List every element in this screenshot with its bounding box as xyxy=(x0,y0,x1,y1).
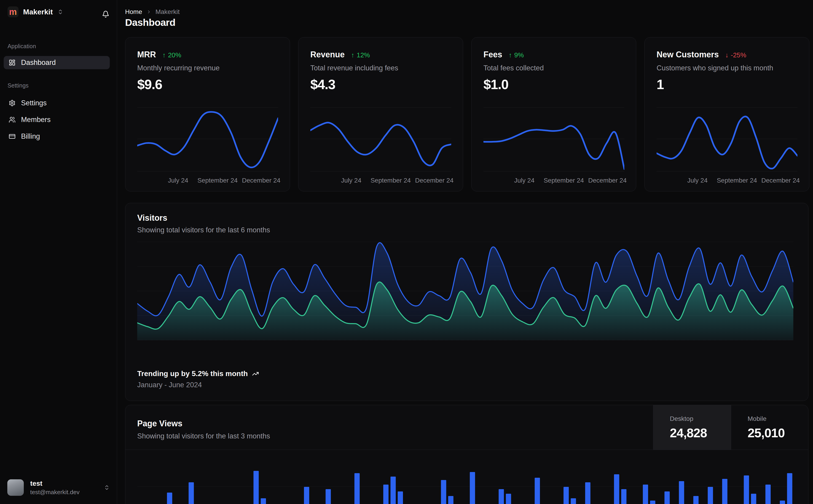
breadcrumb: Home Makerkit xyxy=(125,8,180,16)
x-tick: September 24 xyxy=(717,177,757,184)
sidebar-item-label: Settings xyxy=(21,99,47,107)
trend-badge: ↑12% xyxy=(351,51,370,59)
x-tick: December 24 xyxy=(588,177,627,184)
stat-card-revenue: Revenue ↑12% Total revenue including fee… xyxy=(298,37,463,191)
makerkit-logo: m xyxy=(8,6,19,17)
pageviews-bar-chart xyxy=(137,455,793,504)
x-tick: September 24 xyxy=(197,177,238,184)
stat-subtitle: Total fees collected xyxy=(483,64,544,72)
x-axis-ticks: July 24 September 24 December 24 xyxy=(137,177,278,184)
visitors-date-range: January - June 2024 xyxy=(137,381,202,389)
sidebar-item-dashboard[interactable]: Dashboard xyxy=(4,56,110,69)
arrow-up-icon: ↑ xyxy=(509,51,512,59)
stat-value: $1.0 xyxy=(483,77,508,92)
fees-sparkline-chart xyxy=(483,106,624,174)
chevrons-up-down-icon xyxy=(104,485,110,491)
stat-value: 25,010 xyxy=(748,426,809,440)
page-title: Dashboard xyxy=(125,17,175,28)
stat-subtitle: Total revenue including fees xyxy=(310,64,398,72)
x-axis-ticks: July 24 September 24 December 24 xyxy=(657,177,797,184)
pageviews-header: Page Views Showing total visitors for th… xyxy=(125,405,808,450)
user-menu[interactable]: test test@makerkit.dev xyxy=(7,479,110,496)
visitors-trend-note: Trending up by 5.2% this month xyxy=(137,369,259,378)
x-tick: December 24 xyxy=(242,177,280,184)
pageviews-toggle-desktop[interactable]: Desktop 24,828 xyxy=(653,405,731,450)
pageviews-card: Page Views Showing total visitors for th… xyxy=(125,405,808,504)
avatar xyxy=(7,479,24,496)
stat-value: $4.3 xyxy=(310,77,335,92)
arrow-down-icon: ↓ xyxy=(725,51,729,59)
stat-title: MRR xyxy=(137,50,156,59)
stat-label: Desktop xyxy=(670,415,731,422)
sidebar: m Makerkit Application Dashboard Setting… xyxy=(0,0,117,504)
workspace-selector[interactable]: m Makerkit xyxy=(8,6,63,17)
stat-title: New Customers xyxy=(657,50,719,59)
stat-subtitle: Monthly recurring revenue xyxy=(137,64,220,72)
x-tick: July 24 xyxy=(168,177,188,184)
sidebar-item-settings[interactable]: Settings xyxy=(4,96,110,110)
sidebar-item-billing[interactable]: Billing xyxy=(4,130,110,143)
user-email: test@makerkit.dev xyxy=(30,489,97,496)
stat-value: 24,828 xyxy=(670,426,731,440)
arrow-up-icon: ↑ xyxy=(162,51,166,59)
stat-subtitle: Customers who signed up this month xyxy=(657,64,773,72)
credit-card-icon xyxy=(9,133,16,140)
stat-card-new-customers: New Customers ↓-25% Customers who signed… xyxy=(645,37,809,191)
mrr-sparkline-chart xyxy=(137,106,278,174)
trending-up-icon xyxy=(252,370,259,377)
x-axis-ticks: July 24 September 24 December 24 xyxy=(310,177,451,184)
arrow-up-icon: ↑ xyxy=(351,51,355,59)
revenue-sparkline-chart xyxy=(310,106,451,174)
x-tick: December 24 xyxy=(761,177,800,184)
pageviews-subtitle: Showing total visitors for the last 3 mo… xyxy=(137,432,270,440)
pageviews-toggle-mobile[interactable]: Mobile 25,010 xyxy=(731,405,809,450)
visitors-area-chart xyxy=(137,242,793,340)
stat-title: Fees xyxy=(483,50,502,59)
stat-card-fees: Fees ↑9% Total fees collected $1.0 July … xyxy=(471,37,636,191)
x-tick: December 24 xyxy=(415,177,453,184)
sidebar-item-members[interactable]: Members xyxy=(4,113,110,126)
nav-section-settings: Settings xyxy=(8,82,29,89)
nav-section-application: Application xyxy=(8,43,36,50)
gear-icon xyxy=(9,100,16,106)
sidebar-item-label: Members xyxy=(21,116,50,124)
visitors-card: Visitors Showing total visitors for the … xyxy=(125,203,808,401)
visitors-title: Visitors xyxy=(137,213,167,223)
notifications-button[interactable] xyxy=(101,9,111,19)
user-name: test xyxy=(30,480,97,487)
workspace-name: Makerkit xyxy=(23,8,53,16)
layout-dashboard-icon xyxy=(9,59,16,66)
breadcrumb-home-link[interactable]: Home xyxy=(125,8,142,16)
chevron-right-icon xyxy=(146,9,151,14)
sidebar-item-label: Dashboard xyxy=(21,58,56,67)
users-icon xyxy=(9,116,16,123)
trend-badge: ↑20% xyxy=(162,51,181,59)
x-tick: September 24 xyxy=(371,177,411,184)
user-info: test test@makerkit.dev xyxy=(30,480,97,496)
pageviews-title: Page Views xyxy=(137,419,182,428)
stat-value: $9.6 xyxy=(137,77,162,92)
new-customers-sparkline-chart xyxy=(657,106,797,174)
breadcrumb-current[interactable]: Makerkit xyxy=(155,8,180,16)
stat-card-mrr: MRR ↑20% Monthly recurring revenue $9.6 … xyxy=(125,37,290,191)
chevrons-up-down-icon xyxy=(57,9,63,15)
x-tick: July 24 xyxy=(687,177,708,184)
trend-badge: ↑9% xyxy=(509,51,524,59)
visitors-subtitle: Showing total visitors for the last 6 mo… xyxy=(137,226,270,234)
trend-badge: ↓-25% xyxy=(725,51,746,59)
x-tick: July 24 xyxy=(341,177,361,184)
bell-icon xyxy=(102,11,109,18)
stat-title: Revenue xyxy=(310,50,345,59)
x-tick: July 24 xyxy=(514,177,534,184)
sidebar-item-label: Billing xyxy=(21,132,40,141)
x-tick: September 24 xyxy=(543,177,584,184)
stat-label: Mobile xyxy=(748,415,809,422)
stat-value: 1 xyxy=(657,77,664,92)
x-axis-ticks: July 24 September 24 December 24 xyxy=(483,177,624,184)
